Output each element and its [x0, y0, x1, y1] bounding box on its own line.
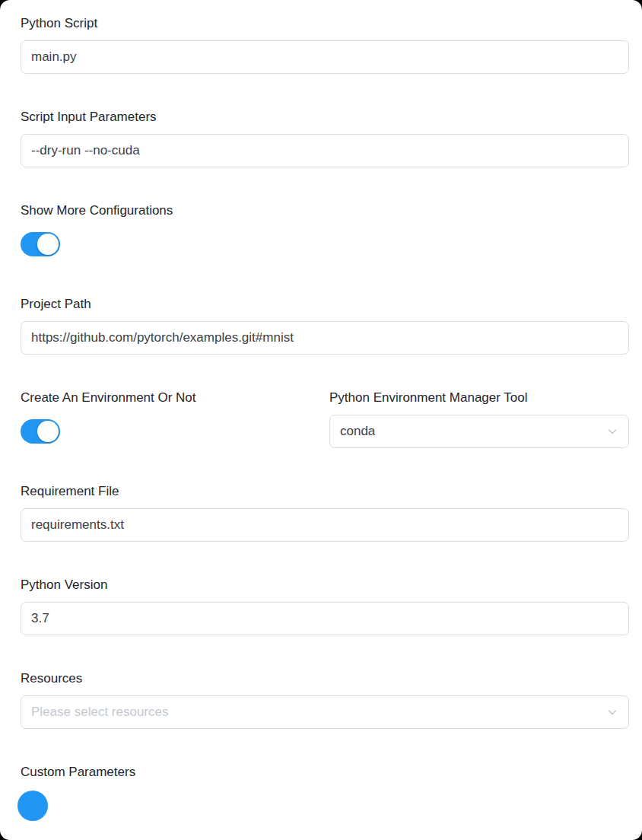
env-manager-tool-select[interactable]: conda	[329, 415, 629, 448]
env-manager-tool-selected-value: conda	[340, 424, 375, 439]
resources-label: Resources	[21, 671, 629, 686]
resources-placeholder: Please select resources	[31, 705, 168, 720]
chevron-down-icon	[606, 425, 618, 438]
chevron-down-icon	[606, 706, 618, 718]
env-manager-tool-label: Python Environment Manager Tool	[329, 390, 629, 406]
python-version-label: Python Version	[21, 578, 629, 593]
show-more-configurations-label: Show More Configurations	[21, 203, 629, 218]
add-custom-parameter-button[interactable]	[17, 791, 48, 821]
show-more-configurations-control-row	[21, 228, 629, 261]
create-environment-control-row	[21, 415, 329, 448]
python-script-input[interactable]	[21, 40, 629, 74]
field-create-environment: Create An Environment Or Not	[21, 390, 329, 448]
resources-select[interactable]: Please select resources	[21, 695, 629, 729]
project-path-label: Project Path	[21, 297, 629, 312]
field-python-script: Python Script	[21, 16, 629, 74]
job-configuration-form: Python Script Script Input Parameters Sh…	[0, 0, 642, 840]
python-version-input[interactable]	[21, 602, 629, 635]
create-environment-toggle[interactable]	[21, 419, 60, 444]
project-path-input[interactable]	[21, 321, 629, 355]
field-show-more-configurations: Show More Configurations	[21, 203, 629, 261]
field-env-manager-tool: Python Environment Manager Tool conda	[329, 390, 629, 448]
switch-knob	[37, 421, 59, 442]
create-environment-label: Create An Environment Or Not	[21, 390, 329, 406]
requirement-file-label: Requirement File	[21, 484, 629, 499]
show-more-configurations-toggle[interactable]	[21, 232, 60, 256]
custom-parameters-label: Custom Parameters	[21, 765, 629, 780]
field-requirement-file: Requirement File	[21, 484, 629, 542]
script-input-parameters-input[interactable]	[21, 134, 629, 167]
requirement-file-input[interactable]	[21, 508, 629, 542]
field-project-path: Project Path	[21, 297, 629, 355]
field-python-version: Python Version	[21, 578, 629, 635]
field-script-input-parameters: Script Input Parameters	[21, 110, 629, 167]
custom-parameters-control-row	[21, 789, 629, 822]
field-environment-row: Create An Environment Or Not Python Envi…	[21, 390, 629, 448]
switch-knob	[37, 234, 59, 255]
python-script-label: Python Script	[21, 16, 629, 31]
script-input-parameters-label: Script Input Parameters	[21, 110, 629, 125]
field-resources: Resources Please select resources	[21, 671, 629, 729]
field-custom-parameters: Custom Parameters	[21, 765, 629, 822]
